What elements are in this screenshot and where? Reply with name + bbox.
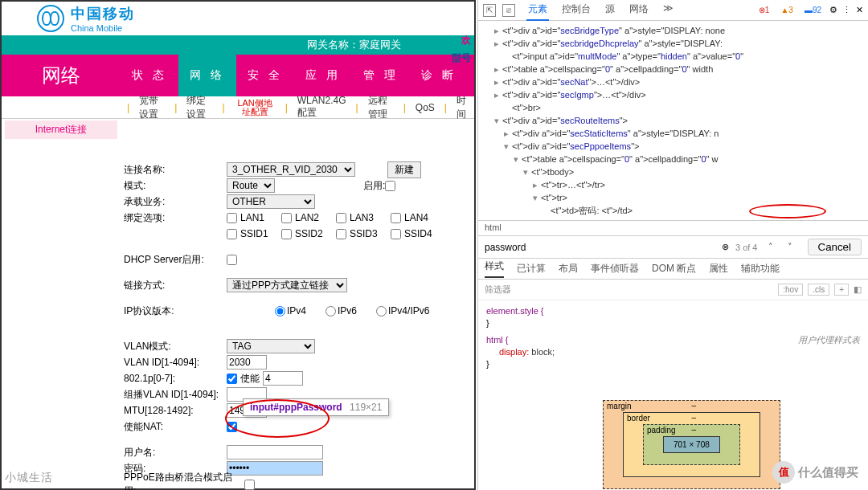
china-mobile-logo-icon [37,5,64,32]
main-nav: 网络 状 态 网 络 安 全 应 用 管 理 诊 断 [2,55,474,96]
tab-layout[interactable]: 布局 [559,262,578,276]
enable-label: 启用: [363,179,385,193]
filter-label[interactable]: 筛选器 [485,284,511,296]
mode-select[interactable]: Route [227,178,275,193]
tab-elements[interactable]: 元素 [526,0,549,21]
enable-checkbox[interactable] [385,181,395,191]
tab-more-icon[interactable]: ≫ [661,0,675,21]
tab-listeners[interactable]: 事件侦听器 [591,262,639,276]
search-cancel-button[interactable]: Cancel [808,239,862,255]
menu-icon[interactable]: ⋮ [842,5,851,15]
p8021-input[interactable] [263,371,303,386]
link-select[interactable]: 通过PPP方式建立链接 [227,278,347,292]
smzdm-watermark: 值 什么值得买 [772,461,858,484]
service-select[interactable]: OTHER [227,194,315,209]
ssid2-checkbox[interactable] [281,229,292,239]
cls-toggle[interactable]: .cls [808,284,829,296]
nav-application[interactable]: 应 用 [294,55,352,96]
p8021-label: 802.1p[0-7]: [124,373,227,384]
conn-name-label: 连接名称: [124,163,227,177]
ssid3-checkbox[interactable] [336,229,346,239]
dom-tree[interactable]: ▸<t">div a">id="secBridgeType" a">style=… [478,21,868,220]
nat-checkbox[interactable] [227,422,237,432]
smzdm-text: 什么值得买 [798,465,858,480]
sidebar-internet[interactable]: Internet连接 [5,120,117,140]
username-input[interactable] [227,445,323,459]
ipver-label: IP协议版本: [124,304,227,318]
subnav-qos[interactable]: QoS [411,102,440,113]
ssid1-checkbox[interactable] [227,229,237,239]
ssid4-checkbox[interactable] [391,229,401,239]
tab-a11y[interactable]: 辅助功能 [741,262,780,276]
styles-tabs: 样式 已计算 布局 事件侦听器 DOM 断点 属性 辅助功能 [478,259,868,280]
devtools-toolbar: ⇱ ⎚ 元素 控制台 源 网络 ≫ ⊗1 ▲3 ▬92 ⚙ ⋮ ✕ [478,0,868,21]
nav-network[interactable]: 网 络 [178,55,236,96]
search-next-icon[interactable]: ˅ [784,242,796,252]
add-rule-icon[interactable]: + [834,284,849,296]
ipv4ipv6-radio[interactable] [376,306,387,316]
logo-text-cn: 中国移动 [71,4,135,23]
sub-nav: |宽带设置 |绑定设置 |LAN侧地址配置 |WLAN2.4G配置 |远程管理 … [2,96,474,119]
tab-console[interactable]: 控制台 [560,0,592,21]
pppoe-bridge-checkbox[interactable] [244,480,255,490]
sidebar-toggle-icon[interactable]: ◧ [854,284,862,295]
smzdm-badge-icon: 值 [772,461,795,484]
settings-icon[interactable]: ⚙ [829,5,837,15]
subnav-remote[interactable]: 远程管理 [363,94,399,121]
tab-network[interactable]: 网络 [628,0,650,21]
nav-security[interactable]: 安 全 [236,55,294,96]
new-button[interactable]: 新建 [387,161,421,178]
watermark-text: 小城生活 [5,471,53,485]
warn-badge[interactable]: ▲3 [777,6,796,14]
lan2-checkbox[interactable] [281,213,292,223]
search-prev-icon[interactable]: ˄ [764,242,777,252]
conn-name-select[interactable]: 3_OTHER_R_VID_2030 [227,162,355,177]
tooltip-selector: input#pppPassword [250,402,342,413]
tab-dombp[interactable]: DOM 断点 [652,262,696,276]
filter-bar: 筛选器 :hov .cls + ◧ [478,280,868,300]
inspector-tooltip: input#pppPassword 119×21 [243,398,389,416]
welcome-text: 欢 [461,34,471,47]
vlanid-label: VLAN ID[1-4094]: [124,357,227,368]
logo-bar: 中国移动 China Mobile [2,2,474,35]
box-model-diagram: margin– border– padding– 701 × 708 [603,400,780,489]
nav-management[interactable]: 管 理 [352,55,410,96]
lan4-checkbox[interactable] [391,213,401,223]
gateway-name-label: 网关名称： [307,38,359,52]
search-input[interactable] [485,242,715,253]
sidebar: Internet连接 [5,120,117,140]
subnav-binding[interactable]: 绑定设置 [182,94,217,121]
vlanmode-label: VLAN模式: [124,340,227,353]
subnav-lan[interactable]: LAN侧地址配置 [230,99,280,116]
lan3-checkbox[interactable] [336,213,346,223]
error-badge[interactable]: ⊗1 [755,6,773,14]
info-bar: 网关名称： 家庭网关 [2,35,474,55]
ipv6-radio[interactable] [326,306,336,316]
search-clear-icon[interactable]: ⊗ [722,242,729,252]
ipv4-radio[interactable] [275,306,285,316]
breadcrumb[interactable]: html [478,220,868,236]
search-count: 3 of 4 [735,243,758,252]
css-rules[interactable]: element.style { } html {用户代理样式表 display:… [478,300,868,375]
inspect-icon[interactable]: ⇱ [483,4,496,17]
subnav-time[interactable]: 时间 [452,94,474,121]
tab-computed[interactable]: 已计算 [517,262,546,276]
device-icon[interactable]: ⎚ [502,4,515,17]
vlanmode-select[interactable]: TAG [227,339,315,353]
hov-toggle[interactable]: :hov [778,284,803,296]
tab-props[interactable]: 属性 [709,262,728,276]
info-badge[interactable]: ▬92 [801,6,825,14]
tab-sources[interactable]: 源 [604,0,616,21]
dhcp-checkbox[interactable] [227,255,237,265]
tooltip-dimensions: 119×21 [350,402,382,413]
lan1-checkbox[interactable] [227,213,237,223]
p8021-enable-checkbox[interactable] [227,374,237,384]
close-icon[interactable]: ✕ [856,5,863,15]
vlanid-input[interactable] [227,355,267,370]
mode-label: 模式: [124,179,227,193]
nav-status[interactable]: 状 态 [121,55,178,96]
tab-styles[interactable]: 样式 [485,259,504,278]
subnav-broadband[interactable]: 宽带设置 [134,94,170,121]
subnav-wlan[interactable]: WLAN2.4G配置 [293,95,351,120]
model-label: 型号 [452,51,471,65]
